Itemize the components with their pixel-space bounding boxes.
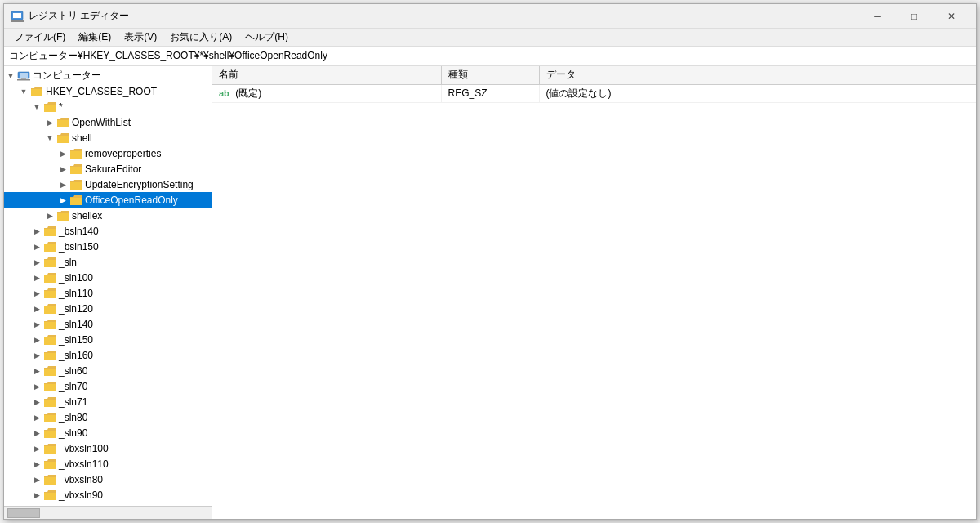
close-button[interactable]: ✕ — [933, 4, 969, 29]
expand-removeproperties[interactable]: ▶ — [56, 147, 69, 160]
folder-updateenc-icon — [69, 179, 82, 190]
svg-rect-6 — [17, 79, 30, 81]
col-header-type[interactable]: 種類 — [441, 66, 539, 84]
menu-favorites[interactable]: お気に入り(A) — [163, 29, 238, 46]
app-icon — [11, 10, 24, 23]
folder-_vbxsln90-icon — [43, 489, 56, 501]
tree-pane[interactable]: ▼ コンピューター — [4, 66, 212, 506]
folder-_sln-icon — [43, 257, 56, 268]
tree-node-_bsln140[interactable]: ▶ _bsln140 — [4, 223, 212, 239]
tree-node-_sln140[interactable]: ▶ _sln140 — [4, 316, 212, 332]
tree-node-shell[interactable]: ▼ shell — [4, 130, 212, 145]
expand-_sln[interactable]: ▶ — [30, 256, 43, 269]
address-text[interactable]: コンピューター¥HKEY_CLASSES_ROOT¥*¥shell¥Office… — [9, 49, 327, 63]
tree-node-_sln[interactable]: ▶ _sln — [4, 254, 212, 270]
folder-_bsln150-icon — [43, 241, 56, 253]
table-row[interactable]: ab (既定) REG_SZ (値の設定なし) — [212, 84, 976, 102]
expand-_sln120[interactable]: ▶ — [30, 302, 43, 315]
tree-node-_sln70[interactable]: ▶ _sln70 — [4, 378, 212, 394]
expand-_vbxsln80[interactable]: ▶ — [30, 473, 43, 486]
hscrollbar-thumb[interactable] — [7, 508, 40, 518]
tree-node-computer[interactable]: ▼ コンピューター — [4, 68, 212, 83]
expand-_vbxsln100[interactable]: ▶ — [30, 442, 43, 455]
col-header-name[interactable]: 名前 — [212, 66, 441, 84]
minimize-button[interactable]: ─ — [859, 4, 896, 29]
updateenc-label: UpdateEncryptionSetting — [85, 179, 194, 190]
menu-view[interactable]: 表示(V) — [118, 29, 163, 46]
_vbxsln110-label: _vbxsln110 — [59, 458, 109, 470]
expand-openwithlist[interactable]: ▶ — [43, 116, 56, 129]
_sln150-label: _sln150 — [59, 334, 93, 346]
registry-values-pane[interactable]: 名前 種類 データ ab (既定) REG_SZ (値の設定なし) — [212, 66, 976, 519]
tree-node-_vbxsln100[interactable]: ▶ _vbxsln100 — [4, 440, 212, 456]
_sln60-label: _sln60 — [59, 365, 87, 377]
expand-hkcr[interactable]: ▼ — [17, 85, 30, 98]
expand-_sln90[interactable]: ▶ — [30, 427, 43, 440]
_vbxsln80-label: _vbxsln80 — [59, 474, 103, 485]
tree-node-star[interactable]: ▼ * — [4, 99, 212, 114]
tree-node-_bsln150[interactable]: ▶ _bsln150 — [4, 239, 212, 254]
main-content: ▼ コンピューター — [4, 66, 976, 519]
expand-_sln140[interactable]: ▶ — [30, 318, 43, 331]
expand-_bsln140[interactable]: ▶ — [30, 225, 43, 238]
expand-officeopenreadonly[interactable]: ▶ — [56, 194, 69, 207]
expand-sakura[interactable]: ▶ — [56, 163, 69, 176]
tree-node-removeproperties[interactable]: ▶ removeproperties — [4, 145, 212, 161]
tree-node-_sln71[interactable]: ▶ _sln71 — [4, 394, 212, 409]
col-header-data[interactable]: データ — [539, 66, 976, 84]
_bsln140-label: _bsln140 — [59, 226, 99, 237]
menu-edit[interactable]: 編集(E) — [72, 29, 118, 46]
value-name-cell: ab (既定) — [212, 84, 441, 102]
tree-node-_vbxsln90[interactable]: ▶ _vbxsln90 — [4, 487, 212, 503]
tree-node-_sln80[interactable]: ▶ _sln80 — [4, 409, 212, 425]
menu-bar: ファイル(F) 編集(E) 表示(V) お気に入り(A) ヘルプ(H) — [4, 29, 976, 47]
folder-_sln100-icon — [43, 272, 56, 284]
tree-node-_sln160[interactable]: ▶ _sln160 — [4, 347, 212, 363]
menu-file[interactable]: ファイル(F) — [7, 29, 72, 46]
folder-officeopenreadonly-icon — [69, 194, 82, 206]
expand-computer[interactable]: ▼ — [4, 69, 17, 83]
expand-_sln60[interactable]: ▶ — [30, 364, 43, 378]
expand-_sln71[interactable]: ▶ — [30, 396, 43, 409]
expand-_vbxsln110[interactable]: ▶ — [30, 458, 43, 471]
folder-openwithlist-icon — [56, 117, 69, 128]
tree-node-_sln60[interactable]: ▶ _sln60 — [4, 363, 212, 378]
tree-node-_vbxsln110[interactable]: ▶ _vbxsln110 — [4, 456, 212, 472]
tree-node-officeopenreadonly[interactable]: ▶ OfficeOpenReadOnly — [4, 192, 212, 208]
maximize-button[interactable]: □ — [896, 4, 933, 29]
shellex-label: shellex — [72, 210, 102, 221]
expand-shell[interactable]: ▼ — [43, 132, 56, 145]
expand-star[interactable]: ▼ — [30, 101, 43, 114]
expand-_sln100[interactable]: ▶ — [30, 271, 43, 284]
registry-table: 名前 種類 データ ab (既定) REG_SZ (値の設定なし) — [212, 66, 976, 103]
expand-_sln160[interactable]: ▶ — [30, 349, 43, 362]
tree-node-updateenc[interactable]: ▶ UpdateEncryptionSetting — [4, 177, 212, 192]
tree-node-_sln150[interactable]: ▶ _sln150 — [4, 332, 212, 347]
expand-_sln110[interactable]: ▶ — [30, 287, 43, 300]
value-type-cell: REG_SZ — [441, 84, 539, 102]
expand-updateenc[interactable]: ▶ — [56, 178, 69, 191]
title-bar-controls: ─ □ ✕ — [859, 4, 969, 29]
menu-help[interactable]: ヘルプ(H) — [238, 29, 295, 46]
folder-shellex-icon — [56, 210, 69, 221]
folder-_vbxsln100-icon — [43, 443, 56, 454]
expand-_sln80[interactable]: ▶ — [30, 411, 43, 424]
tree-node-shellex[interactable]: ▶ shellex — [4, 208, 212, 223]
title-bar-text: レジストリ エディター — [29, 9, 859, 23]
expand-_sln70[interactable]: ▶ — [30, 380, 43, 393]
address-bar: コンピューター¥HKEY_CLASSES_ROOT¥*¥shell¥Office… — [4, 47, 976, 66]
expand-_sln150[interactable]: ▶ — [30, 333, 43, 346]
tree-node-hkcr[interactable]: ▼ HKEY_CLASSES_ROOT — [4, 83, 212, 99]
expand-_bsln150[interactable]: ▶ — [30, 240, 43, 253]
expand-_vbxsln90[interactable]: ▶ — [30, 489, 43, 502]
folder-_sln120-icon — [43, 303, 56, 315]
tree-horizontal-scrollbar[interactable] — [4, 506, 212, 519]
tree-node-_vbxsln80[interactable]: ▶ _vbxsln80 — [4, 472, 212, 487]
tree-node-_sln100[interactable]: ▶ _sln100 — [4, 270, 212, 285]
expand-shellex[interactable]: ▶ — [43, 209, 56, 222]
tree-node-sakura[interactable]: ▶ SakuraEditor — [4, 161, 212, 177]
tree-node-_sln110[interactable]: ▶ _sln110 — [4, 285, 212, 301]
tree-node-openwithlist[interactable]: ▶ OpenWithList — [4, 114, 212, 130]
tree-node-_sln90[interactable]: ▶ _sln90 — [4, 425, 212, 440]
tree-node-_sln120[interactable]: ▶ _sln120 — [4, 301, 212, 316]
